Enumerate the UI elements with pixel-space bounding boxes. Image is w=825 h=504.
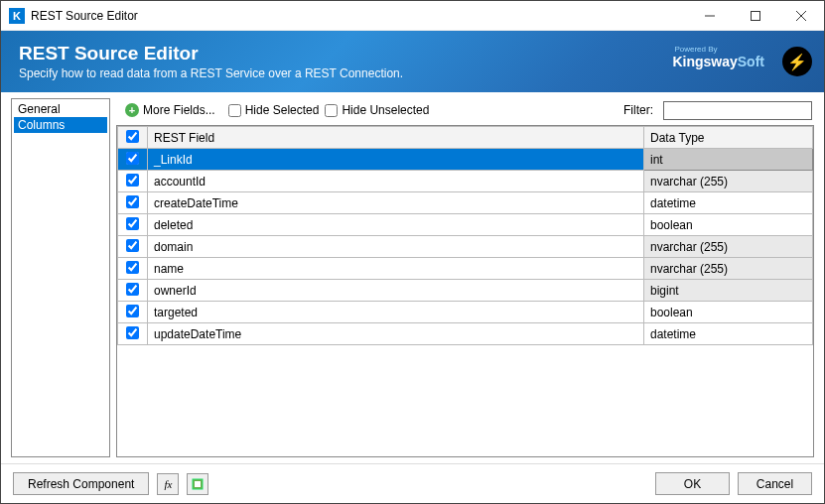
table-row[interactable]: _LinkIdint [118,149,813,171]
fields-grid: REST Field Data Type _LinkIdintaccountId… [116,125,814,457]
table-row[interactable]: targetedboolean [118,302,813,323]
more-fields-button[interactable]: + More Fields... [118,100,222,120]
row-checkbox[interactable] [118,171,148,192]
type-cell[interactable]: nvarchar (255) [644,171,813,192]
filter-label: Filter: [623,103,653,117]
side-panel: GeneralColumns [11,98,110,457]
table-row[interactable]: accountIdnvarchar (255) [118,171,813,192]
table-row[interactable]: deletedboolean [118,214,813,236]
field-cell[interactable]: deleted [148,214,644,236]
type-cell[interactable]: nvarchar (255) [644,258,813,280]
bolt-icon: ⚡ [782,47,812,76]
type-cell[interactable]: datetime [644,192,813,214]
header-data-type[interactable]: Data Type [644,127,813,149]
field-cell[interactable]: accountId [148,171,644,192]
more-fields-label: More Fields... [143,103,215,117]
table-row[interactable]: ownerIdbigint [118,280,813,302]
close-button[interactable] [778,1,824,31]
footer: Refresh Component fx OK Cancel [1,463,824,503]
row-checkbox[interactable] [118,236,148,258]
filter-input[interactable] [663,101,812,120]
table-row[interactable]: namenvarchar (255) [118,258,813,280]
row-checkbox[interactable] [118,258,148,280]
field-cell[interactable]: _LinkId [148,149,644,171]
header-rest-field[interactable]: REST Field [148,127,644,149]
fx-button[interactable]: fx [157,473,179,495]
workspace: GeneralColumns + More Fields... Hide Sel… [1,92,824,463]
titlebar: K REST Source Editor [1,1,824,31]
cancel-button[interactable]: Cancel [738,472,812,495]
type-cell[interactable]: nvarchar (255) [644,236,813,258]
svg-rect-1 [752,11,760,20]
type-cell[interactable]: bigint [644,280,813,302]
type-cell[interactable]: boolean [644,214,813,236]
row-checkbox[interactable] [118,214,148,236]
row-checkbox[interactable] [118,149,148,171]
row-checkbox[interactable] [118,192,148,214]
svg-line-2 [796,11,806,21]
app-icon: K [9,8,25,24]
field-cell[interactable]: createDateTime [148,192,644,214]
plus-icon: + [125,103,139,117]
banner-subtitle: Specify how to read data from a REST Ser… [19,66,403,80]
svg-rect-5 [195,481,201,487]
row-checkbox[interactable] [118,280,148,302]
field-cell[interactable]: targeted [148,302,644,323]
sidebar-item-general[interactable]: General [14,101,107,117]
header-check-all[interactable] [118,127,148,149]
sidebar-item-columns[interactable]: Columns [14,117,107,133]
ok-button[interactable]: OK [655,472,730,495]
row-checkbox[interactable] [118,302,148,323]
main-area: + More Fields... Hide Selected Hide Unse… [116,98,814,457]
field-cell[interactable]: ownerId [148,280,644,302]
maximize-button[interactable] [733,1,778,31]
hide-unselected-checkbox[interactable]: Hide Unselected [325,103,429,117]
properties-button[interactable] [187,473,208,495]
brand-logo: Powered By KingswaySoft [672,45,764,69]
type-cell[interactable]: datetime [644,323,813,345]
table-row[interactable]: createDateTimedatetime [118,192,813,214]
banner-title: REST Source Editor [19,43,403,64]
field-cell[interactable]: domain [148,236,644,258]
field-cell[interactable]: name [148,258,644,280]
hide-selected-checkbox[interactable]: Hide Selected [228,103,320,117]
type-cell[interactable]: boolean [644,302,813,323]
type-cell[interactable]: int [644,149,813,171]
table-row[interactable]: updateDateTimedatetime [118,323,813,345]
table-row[interactable]: domainnvarchar (255) [118,236,813,258]
svg-line-3 [796,11,806,21]
toolbar: + More Fields... Hide Selected Hide Unse… [116,98,814,122]
refresh-component-button[interactable]: Refresh Component [13,472,149,495]
row-checkbox[interactable] [118,323,148,345]
window-title: REST Source Editor [31,9,687,23]
minimize-button[interactable] [687,1,733,31]
banner: REST Source Editor Specify how to read d… [1,31,824,92]
field-cell[interactable]: updateDateTime [148,323,644,345]
